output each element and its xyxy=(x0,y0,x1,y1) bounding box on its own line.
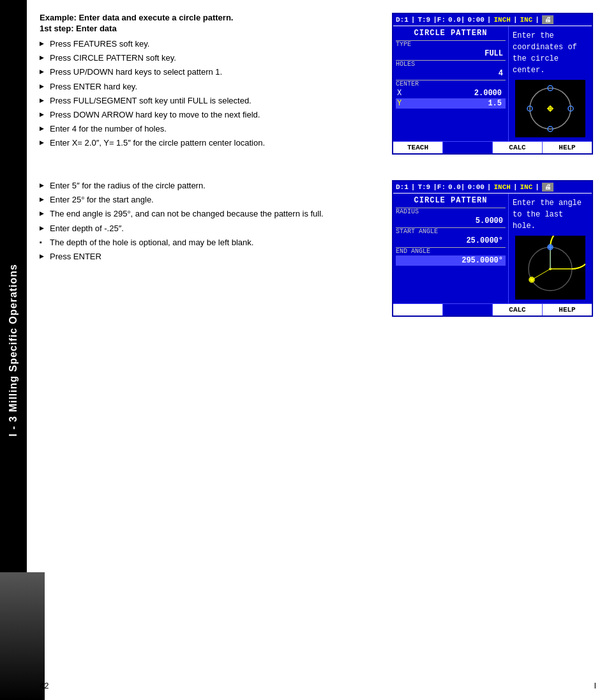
field-center-label: CENTER xyxy=(396,80,506,88)
field-y-label: Y xyxy=(397,99,402,108)
screen1-body: CIRCLE PATTERN TYPE FULL HOLES xyxy=(393,26,592,141)
screen2-spacer xyxy=(396,267,506,280)
page-number: 42 xyxy=(40,681,49,690)
screen2-sep2: |F: xyxy=(433,183,446,191)
screen2-printer-icon: 🖨 xyxy=(542,183,553,192)
left-col-top: Example: Enter data and execute a circle… xyxy=(40,13,379,167)
right-col-bottom: D:1 | T:9 |F: 0.0| 0:00 | INCH | INC | 🖨 xyxy=(392,180,596,330)
field-start-angle: START ANGLE 25.0000° xyxy=(396,227,506,246)
screen1-d: D:1 xyxy=(396,16,409,24)
footer-right: I xyxy=(594,681,596,690)
field-y-value: 1.5 xyxy=(485,98,504,109)
bullet-2: Press CIRCLE PATTERN soft key. xyxy=(40,52,379,64)
bullet-8: Enter X= 2.0″, Y= 1.5″ for the circle pa… xyxy=(40,137,379,149)
screen2-footer: CALC HELP xyxy=(393,303,592,316)
circle-diagram-2 xyxy=(515,236,585,300)
bottom-bullet-list: Enter 5″ for the radius of the circle pa… xyxy=(40,180,379,262)
printer-icon: 🖨 xyxy=(542,15,553,24)
screen1-title: CIRCLE PATTERN xyxy=(396,29,506,38)
screen2-f: 0.0| xyxy=(448,183,465,191)
field-x-value: 2.0000 xyxy=(472,88,504,98)
left-col-bottom: Enter 5″ for the radius of the circle pa… xyxy=(40,180,379,330)
screen1-t: T:9 xyxy=(417,16,430,24)
main-content: Example: Enter data and execute a circle… xyxy=(27,0,609,700)
screen1-f: 0.0| xyxy=(448,16,465,24)
bullet-3: Press UP/DOWN hard keys to select patter… xyxy=(40,66,379,78)
field-start-angle-value: 25.0000° xyxy=(396,236,506,246)
screen1-btn-empty xyxy=(443,142,493,153)
screen2: D:1 | T:9 |F: 0.0| 0:00 | INCH | INC | 🖨 xyxy=(392,180,593,317)
field-start-angle-label: START ANGLE xyxy=(396,227,506,235)
screen2-sep3: | xyxy=(487,183,492,191)
screen2-mode: INC xyxy=(520,183,532,191)
screen2-body: CIRCLE PATTERN RADIUS 5.0000 START ANGLE xyxy=(393,194,592,303)
field-x-label: X xyxy=(397,89,402,98)
sidebar-label: I - 3 Milling Specific Operations xyxy=(8,264,19,436)
field-type-label: TYPE xyxy=(396,40,506,48)
screen2-time: 0:00 xyxy=(467,183,484,191)
field-radius-value: 5.0000 xyxy=(396,216,506,226)
screen2-help: Enter the angle to the last hole. xyxy=(513,197,588,232)
field-end-angle-label: END ANGLE xyxy=(396,247,506,255)
bullet-7: Enter 4 for the number of holes. xyxy=(40,123,379,135)
screen1-header: D:1 | T:9 |F: 0.0| 0:00 | INCH | INC | 🖨 xyxy=(393,14,592,26)
field-center: CENTER X 2.0000 Y 1.5 xyxy=(396,80,506,109)
top-bullet-list: Press FEATURES soft key. Press CIRCLE PA… xyxy=(40,38,379,149)
screen1-sep2: |F: xyxy=(433,16,446,24)
field-type-value: FULL xyxy=(396,49,506,59)
screen1-sep3: | xyxy=(487,16,492,24)
field-radius-label: RADIUS xyxy=(396,208,506,215)
screen1-btn-help[interactable]: HELP xyxy=(543,142,592,153)
bullet-b6: Press ENTER xyxy=(40,251,379,262)
field-holes-label: HOLES xyxy=(396,60,506,68)
bullet-b1: Enter 5″ for the radius of the circle pa… xyxy=(40,180,379,192)
screen2-unit: INCH xyxy=(493,183,510,191)
screen2-btn-help[interactable]: HELP xyxy=(543,304,592,316)
screen2-btn-empty1 xyxy=(393,304,443,316)
top-section: Example: Enter data and execute a circle… xyxy=(40,13,596,167)
screen1-help: Enter the coordinates of the circle cent… xyxy=(513,30,588,76)
screen1-right: Enter the coordinates of the circle cent… xyxy=(509,26,592,141)
screen1-footer: TEACH CALC HELP xyxy=(393,141,592,153)
bullet-5: Press FULL/SEGMENT soft key until FULL i… xyxy=(40,95,379,107)
bullet-b4: Enter depth of -.25″. xyxy=(40,223,379,234)
right-col-top: D:1 | T:9 |F: 0.0| 0:00 | INCH | INC | 🖨 xyxy=(392,13,596,167)
screen1-left: CIRCLE PATTERN TYPE FULL HOLES xyxy=(393,26,509,141)
circle-diagram-1 xyxy=(515,80,585,137)
screen2-d: D:1 xyxy=(396,183,409,191)
example-title: Example: Enter data and execute a circle… xyxy=(40,13,379,22)
screen2-t: T:9 xyxy=(417,183,430,191)
bullet-b2: Enter 25° for the start angle. xyxy=(40,194,379,206)
bullet-b3: The end angle is 295°, and can not be ch… xyxy=(40,208,379,220)
field-holes: HOLES 4 xyxy=(396,60,506,79)
screen1: D:1 | T:9 |F: 0.0| 0:00 | INCH | INC | 🖨 xyxy=(392,13,593,155)
bullet-1: Press FEATURES soft key. xyxy=(40,38,379,50)
bullet-4: Press ENTER hard key. xyxy=(40,81,379,93)
page-footer: 42 I xyxy=(27,681,609,690)
step-title: 1st step: Enter data xyxy=(40,24,379,33)
screen1-sep5: | xyxy=(535,16,539,24)
screen2-sep5: | xyxy=(535,183,539,191)
screen2-right: Enter the angle to the last hole. xyxy=(509,194,592,303)
screen1-mode: INC xyxy=(520,16,532,24)
screen2-btn-empty2 xyxy=(443,304,493,316)
field-end-angle: END ANGLE 295.0000° xyxy=(396,247,506,266)
screen2-btn-calc[interactable]: CALC xyxy=(493,304,543,316)
bottom-section: Enter 5″ for the radius of the circle pa… xyxy=(40,180,596,330)
field-type: TYPE FULL xyxy=(396,40,506,59)
screen1-sep4: | xyxy=(513,16,518,24)
screen1-time: 0:00 xyxy=(467,16,484,24)
screen1-sep1: | xyxy=(411,16,416,24)
bullet-6: Press DOWN ARROW hard key to move to the… xyxy=(40,109,379,121)
screen1-unit: INCH xyxy=(493,16,510,24)
field-radius: RADIUS 5.0000 xyxy=(396,208,506,226)
screen2-sep1: | xyxy=(411,183,416,191)
screen2-title: CIRCLE PATTERN xyxy=(396,196,506,205)
bullet-b5: The depth of the hole is optional, and m… xyxy=(40,237,379,248)
field-end-angle-value: 295.0000° xyxy=(396,255,506,266)
screen2-header: D:1 | T:9 |F: 0.0| 0:00 | INCH | INC | 🖨 xyxy=(393,181,592,194)
screen2-left: CIRCLE PATTERN RADIUS 5.0000 START ANGLE xyxy=(393,194,509,303)
screen1-btn-calc[interactable]: CALC xyxy=(493,142,543,153)
screen1-btn-teach[interactable]: TEACH xyxy=(393,142,443,153)
screen2-sep4: | xyxy=(513,183,518,191)
